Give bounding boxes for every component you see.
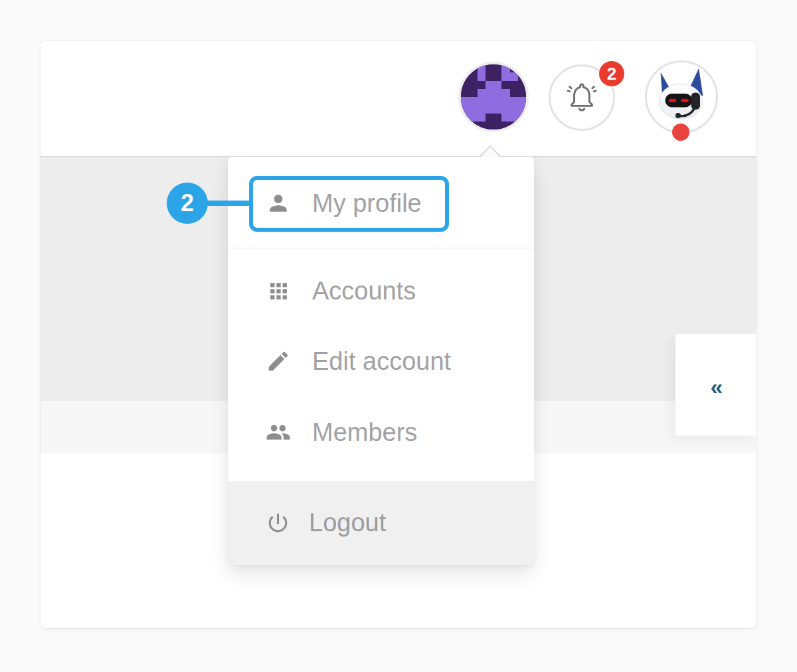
collapse-panel: « [675,334,757,436]
user-avatar-identicon [461,64,526,129]
menu-item-edit-account[interactable]: Edit account [228,335,534,388]
online-status-dot [672,124,689,141]
menu-footer: Logout [228,481,534,565]
grid-icon [266,278,291,303]
menu-item-label: Accounts [312,277,416,305]
support-chat-button[interactable] [645,60,718,133]
pencil-icon [266,349,291,374]
robot-icon [647,62,716,131]
power-icon [265,510,290,535]
annotation-step-badge: 2 [167,183,208,224]
user-avatar-button[interactable] [458,62,529,132]
annotation-highlight-box [249,176,449,232]
menu-divider [228,248,534,248]
menu-item-label: Members [312,418,417,447]
menu-item-label: Logout [309,509,386,537]
chevron-double-left-icon[interactable]: « [711,370,723,400]
menu-item-accounts[interactable]: Accounts [228,264,534,317]
menu-item-members[interactable]: Members [228,406,534,459]
menu-item-label: Edit account [312,347,451,376]
annotation-connector-line [205,201,253,206]
app-card: GatewayAPI user [40,40,757,629]
people-icon [266,420,291,445]
page-background: GatewayAPI user [0,0,797,672]
bell-icon [563,79,600,116]
notification-badge: 2 [599,61,624,86]
menu-item-logout[interactable]: Logout [228,496,534,549]
